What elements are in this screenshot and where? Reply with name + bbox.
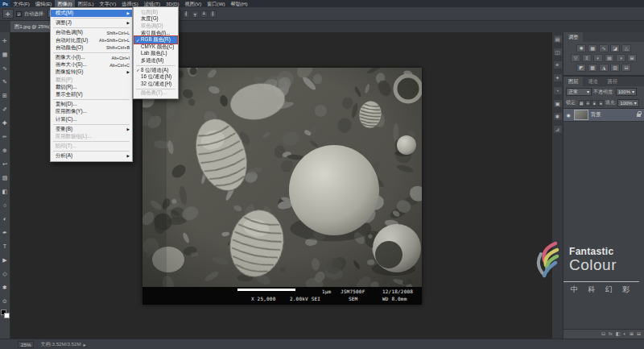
quick-selection-tool-icon[interactable]: ✎ [0,75,10,89]
layer-effects-icon[interactable]: fx [609,330,613,339]
lock-transparency-icon[interactable]: ▦ [579,100,584,106]
levels-icon[interactable]: ▦ [588,44,597,52]
color-swatches[interactable] [1,310,10,318]
lasso-tool-icon[interactable]: ∿ [0,61,10,75]
lock-pixels-icon[interactable]: ∎ [592,100,597,106]
align-icon-9[interactable]: ┫ [183,10,190,18]
hue-saturation-icon[interactable]: ▽ [571,54,580,62]
color-balance-icon[interactable]: ≡ [582,54,592,62]
image-menu-item[interactable]: 应用数据组(L)... [51,133,132,140]
image-menu-item[interactable]: 画布大小(S)...Alt+Ctrl+C [51,61,132,69]
mode-submenu-item[interactable]: Lab 颜色(L) [134,51,178,58]
clone-stamp-tool-icon[interactable]: ⊕ [0,143,10,157]
image-menu-item[interactable]: 调整(J)▶ [51,19,132,27]
blur-tool-icon[interactable]: ○ [0,198,10,212]
exposure-icon[interactable]: ◪ [610,44,620,52]
zoom-tool-icon[interactable]: ⊙ [0,294,10,308]
visibility-eye-icon[interactable]: ◉ [565,112,572,118]
delete-layer-icon[interactable]: ⊟ [637,330,641,339]
photo-filter-icon[interactable]: ▤ [605,54,614,62]
image-menu-item[interactable]: 分析(A)▶ [51,152,132,160]
mode-submenu-item[interactable]: 32 位/通道(H) [134,81,178,88]
layer-thumbnail[interactable] [574,110,588,120]
mode-submenu-item[interactable]: CMYK 颜色(C) [134,44,178,51]
color-lookup-icon[interactable]: ⊞ [627,54,637,62]
fill-value[interactable]: 100% ▾ [617,99,638,107]
align-icon-10[interactable]: ┳ [192,10,199,18]
menubar-item-3[interactable]: 图像(I) [55,0,75,7]
tab-通道[interactable]: 通道 [583,77,602,86]
panel-styles-icon[interactable]: ▣ [554,100,562,107]
mode-submenu-item[interactable]: 16 位/通道(N) [134,73,178,81]
image-menu-item[interactable]: 变量(B)▶ [51,126,132,133]
dodge-tool-icon[interactable]: ◐ [0,212,10,226]
type-tool-icon[interactable]: T [0,239,10,253]
background-color-swatch[interactable] [4,313,10,318]
lock-all-icon[interactable]: ● [598,100,604,106]
eraser-tool-icon[interactable]: ▨ [0,171,10,185]
new-group-icon[interactable]: ⊞ [630,330,634,339]
status-arrow-icon[interactable]: ▸ [84,342,86,347]
panel-info-icon[interactable]: ≡ [554,61,562,69]
invert-icon[interactable]: ◩ [576,64,586,72]
crop-tool-icon[interactable]: ⊞ [0,89,10,102]
mode-submenu-item[interactable]: 灰度(G) [134,16,178,23]
image-menu-item[interactable]: 自动对比度(U)Alt+Shift+Ctrl+L [51,37,132,44]
image-menu-item[interactable]: 计算(C)... [51,115,132,123]
gradient-map-icon[interactable]: ▥ [610,64,620,72]
align-icon-12[interactable]: ╂ [209,10,217,18]
lock-position-icon[interactable]: ✛ [585,100,591,106]
panel-color-icon[interactable]: ✦ [554,74,562,81]
posterize-icon[interactable]: ▩ [588,64,597,72]
image-menu-item[interactable]: 复制(D)... [51,101,132,108]
blend-mode-dropdown[interactable]: 正常 ▾ [566,88,592,96]
menubar-item-1[interactable]: 文件(F) [10,0,32,7]
channel-mixer-icon[interactable]: ◑ [616,54,625,62]
threshold-icon[interactable]: ◮ [599,64,609,72]
tab-路径[interactable]: 路径 [603,77,622,86]
mode-submenu-item[interactable]: 多通道(M) [134,57,178,64]
mode-submenu-item[interactable]: 索引颜色(I)... [134,30,178,37]
panel-swatches-icon[interactable]: ◔ [554,87,562,94]
layer-row-background[interactable]: ◉ 背景 [564,109,644,122]
menubar-item-9[interactable]: 视图(V) [182,0,204,7]
image-menu-item[interactable]: 显示全部(V) [51,91,132,98]
image-menu-item[interactable]: 应用图像(Y)... [51,108,132,115]
panel-brush-icon[interactable]: ✱ [554,113,562,120]
mode-submenu-item[interactable]: ✓8 位/通道(A) [134,67,178,74]
layer-mask-icon[interactable]: ◧ [616,330,621,339]
black-white-icon[interactable]: ◐ [593,54,603,62]
mode-submenu-item[interactable]: 颜色表(T)... [134,90,178,98]
tab-图层[interactable]: 图层 [564,77,583,86]
history-brush-tool-icon[interactable]: ↩ [0,157,10,171]
image-menu-item[interactable]: 陷印(T)... [51,143,132,150]
vibrance-icon[interactable]: △ [621,44,631,52]
menubar-item-2[interactable]: 编辑(E) [32,0,55,7]
adjustment-layer-icon[interactable]: ◐ [623,330,626,339]
panel-character-icon[interactable]: ⊿ [554,126,562,133]
sem-document[interactable]: 1μm JSM7500F 12/18/2008 X 25,000 2.00kV … [142,68,422,305]
pen-tool-icon[interactable]: ✒ [0,226,10,239]
link-layers-icon[interactable]: ⊡ [601,330,605,339]
tab-adjustments[interactable]: 调整 [564,32,583,42]
eyedropper-tool-icon[interactable]: ✐ [0,102,10,116]
mode-submenu-item[interactable]: 双色调(D) [134,23,178,30]
brush-tool-icon[interactable]: ✏ [0,130,10,143]
menubar-item-5[interactable]: 文字(Y) [97,0,119,7]
zoom-level-field[interactable]: 25% [18,341,34,348]
align-icon-11[interactable]: ┻ [200,10,208,18]
shape-tool-icon[interactable]: ◇ [0,267,10,280]
image-menu-item[interactable]: 裁剪(P) [51,77,132,84]
panel-navigator-icon[interactable]: ◫ [554,48,562,56]
menubar-item-10[interactable]: 窗口(W) [204,0,228,7]
curves-icon[interactable]: ∿ [599,44,609,52]
mode-submenu-item[interactable]: 位图(B) [134,9,178,16]
selective-color-icon[interactable]: ⊟ [621,64,631,72]
image-menu-item[interactable]: 自动色调(N)Shift+Ctrl+L [51,29,132,36]
opacity-value[interactable]: 100% ▾ [616,88,637,96]
image-menu-item[interactable]: 模式(M)▶ [51,10,132,17]
mode-submenu-item[interactable]: ✓RGB 颜色(R) [134,36,178,44]
panel-history-icon[interactable]: ▤ [554,35,562,43]
brightness-contrast-icon[interactable]: ✺ [576,44,586,52]
marquee-tool-icon[interactable]: ▦ [0,48,10,61]
